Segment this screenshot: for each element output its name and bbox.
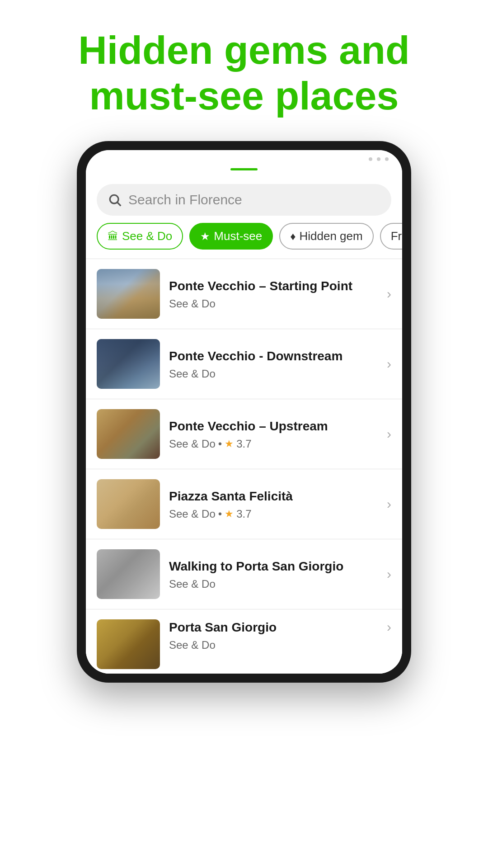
filter-chips: 🏛 See & Do ★ Must-see ♦ Hidden gem Free	[86, 223, 402, 259]
chip-see-do-label: See & Do	[122, 229, 172, 243]
must-see-icon: ★	[200, 230, 210, 243]
place-category: See & Do	[169, 297, 378, 310]
phone-frame: Search in Florence 🏛 See & Do ★ Must-see…	[77, 141, 411, 683]
place-info: Porta San Giorgio See & Do	[169, 619, 378, 651]
place-list: Ponte Vecchio – Starting Point See & Do …	[86, 259, 402, 674]
place-info: Piazza Santa Felicità See & Do • ★ 3.7	[169, 488, 378, 520]
place-info: Ponte Vecchio – Starting Point See & Do	[169, 278, 378, 310]
rating-dot: •	[218, 438, 222, 450]
chip-hidden-gem[interactable]: ♦ Hidden gem	[279, 223, 373, 250]
chip-free[interactable]: Free	[380, 223, 402, 250]
svg-line-1	[117, 203, 121, 206]
chevron-right-icon: ›	[387, 496, 391, 512]
place-name: Piazza Santa Felicità	[169, 488, 378, 505]
place-info: Ponte Vecchio – Upstream See & Do • ★ 3.…	[169, 418, 378, 450]
list-item[interactable]: Piazza Santa Felicità See & Do • ★ 3.7 ›	[86, 469, 402, 539]
app-indicator	[230, 168, 258, 170]
hero-title: Hidden gems and must-see places	[0, 0, 488, 141]
see-do-icon: 🏛	[108, 230, 118, 243]
list-item[interactable]: Ponte Vecchio - Downstream See & Do ›	[86, 329, 402, 399]
app-content: Search in Florence 🏛 See & Do ★ Must-see…	[86, 168, 402, 674]
chevron-right-icon: ›	[387, 286, 391, 302]
place-thumbnail	[97, 619, 160, 669]
search-icon	[108, 193, 122, 207]
search-bar-container: Search in Florence	[86, 179, 402, 223]
place-category-rating: See & Do • ★ 3.7	[169, 438, 378, 450]
place-name: Ponte Vecchio – Upstream	[169, 418, 378, 434]
status-bar-right	[369, 157, 389, 161]
signal-icon	[369, 157, 372, 161]
place-rating: 3.7	[236, 438, 251, 450]
battery-icon	[385, 157, 389, 161]
page-wrapper: Hidden gems and must-see places	[0, 0, 488, 868]
place-thumbnail	[97, 269, 160, 319]
chip-must-see-label: Must-see	[214, 229, 262, 243]
place-category: See & Do	[169, 578, 378, 590]
phone-inner: Search in Florence 🏛 See & Do ★ Must-see…	[86, 150, 402, 674]
search-bar[interactable]: Search in Florence	[97, 184, 391, 216]
rating-dot: •	[218, 508, 222, 520]
list-item[interactable]: Ponte Vecchio – Starting Point See & Do …	[86, 259, 402, 329]
chip-hidden-gem-label: Hidden gem	[299, 229, 362, 243]
hidden-gem-icon: ♦	[290, 230, 296, 243]
place-thumbnail	[97, 549, 160, 599]
place-name: Ponte Vecchio - Downstream	[169, 348, 378, 364]
list-item[interactable]: Walking to Porta San Giorgio See & Do ›	[86, 539, 402, 609]
chip-must-see[interactable]: ★ Must-see	[189, 223, 273, 250]
place-thumbnail	[97, 339, 160, 389]
svg-point-0	[110, 195, 118, 204]
place-category-text: See & Do	[169, 438, 216, 450]
place-info: Walking to Porta San Giorgio See & Do	[169, 558, 378, 590]
place-name: Porta San Giorgio	[169, 619, 378, 636]
list-item[interactable]: Ponte Vecchio – Upstream See & Do • ★ 3.…	[86, 399, 402, 469]
place-category-text: See & Do	[169, 508, 216, 520]
star-icon: ★	[225, 438, 234, 450]
place-category: See & Do	[169, 368, 378, 380]
search-placeholder-text: Search in Florence	[128, 192, 242, 208]
chevron-right-icon: ›	[387, 356, 391, 372]
star-icon: ★	[225, 508, 234, 520]
place-info: Ponte Vecchio - Downstream See & Do	[169, 348, 378, 380]
chevron-right-icon: ›	[387, 566, 391, 582]
chevron-right-icon: ›	[387, 619, 391, 635]
place-name: Ponte Vecchio – Starting Point	[169, 278, 378, 294]
list-item[interactable]: Porta San Giorgio See & Do ›	[86, 609, 402, 674]
place-thumbnail	[97, 479, 160, 529]
wifi-icon	[377, 157, 380, 161]
place-category-rating: See & Do • ★ 3.7	[169, 508, 378, 520]
chip-free-label: Free	[391, 229, 402, 243]
place-name: Walking to Porta San Giorgio	[169, 558, 378, 575]
chevron-right-icon: ›	[387, 426, 391, 442]
place-thumbnail	[97, 409, 160, 459]
place-rating: 3.7	[236, 508, 251, 520]
place-category: See & Do	[169, 639, 378, 651]
chip-see-do[interactable]: 🏛 See & Do	[97, 223, 183, 250]
status-bar	[86, 150, 402, 168]
